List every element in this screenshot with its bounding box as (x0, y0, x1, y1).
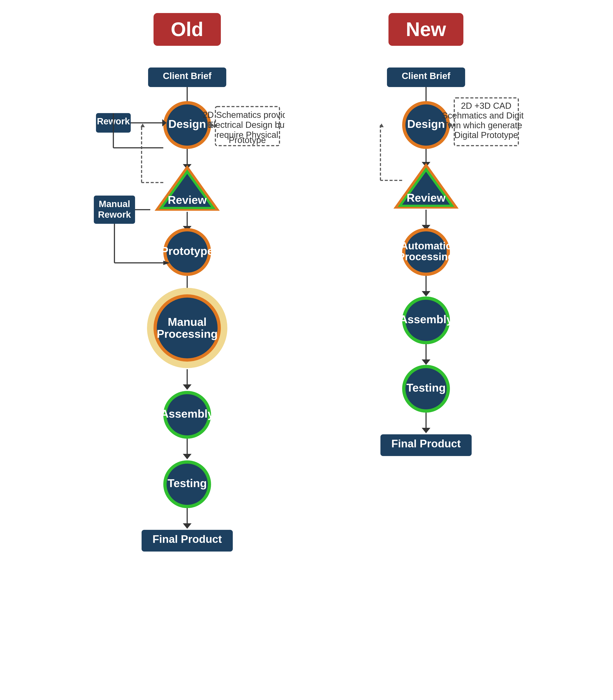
new-note-line3: Twin which generate a (443, 120, 523, 130)
old-final-product-text: Final Product (153, 533, 222, 545)
new-title-text: New (406, 18, 446, 40)
old-column: Old Client Brief Design Rework (90, 13, 285, 692)
new-assembly-text: Assembly (399, 313, 453, 326)
old-arrowhead-7 (183, 523, 192, 529)
new-final-product-text: Final Product (391, 438, 461, 450)
old-flow-svg: Client Brief Design Rework 2D Schematics… (90, 63, 285, 692)
new-arrowhead-6 (422, 428, 430, 433)
old-note-line4: Prototype (229, 135, 266, 145)
new-note-line1: 2D +3D CAD (461, 101, 511, 110)
old-title-text: Old (171, 18, 204, 40)
old-testing-text: Testing (167, 477, 207, 489)
new-flow-svg: Client Brief Design 2D +3D CAD Scehmatic… (328, 63, 524, 606)
old-review-text: Review (168, 194, 207, 206)
new-auto-proc-text1: Automatic (401, 240, 452, 252)
old-note-line1: 2D Schematics provide (203, 110, 285, 120)
old-arrowhead-6 (183, 454, 192, 459)
new-note-line2: Scehmatics and Digital (442, 111, 523, 120)
new-title-badge: New (389, 13, 464, 46)
old-client-brief-text: Client Brief (162, 71, 211, 81)
new-column: New Client Brief Design 2D +3D CAD Scehm… (328, 13, 524, 606)
new-design-text: Design (407, 118, 445, 130)
old-assembly-text: Assembly (160, 407, 214, 420)
new-note-line4: Digital Prototype (454, 130, 518, 140)
old-prototype-text: Prototype (161, 245, 213, 257)
old-manual-rework-text1: Manual (99, 199, 130, 209)
old-note-line2: Electrical Design but (208, 120, 285, 130)
old-title-badge: Old (154, 13, 221, 46)
old-design-text: Design (168, 118, 206, 130)
old-manual-proc-text1: Manual (168, 316, 207, 328)
new-review-text: Review (406, 191, 446, 204)
new-arrowhead-4 (422, 291, 430, 296)
new-arrowhead-5 (422, 359, 430, 365)
old-arrowhead-5 (183, 384, 192, 390)
old-review-dashed-arrowhead (141, 123, 145, 127)
new-testing-text: Testing (406, 381, 446, 394)
new-auto-proc-text2: Processing (398, 251, 454, 262)
old-manual-rework-text2: Rework (98, 210, 131, 220)
old-manual-proc-text2: Processing (157, 328, 217, 340)
new-client-brief-text: Client Brief (402, 71, 451, 81)
diagram-container: Old Client Brief Design Rework (0, 0, 613, 700)
